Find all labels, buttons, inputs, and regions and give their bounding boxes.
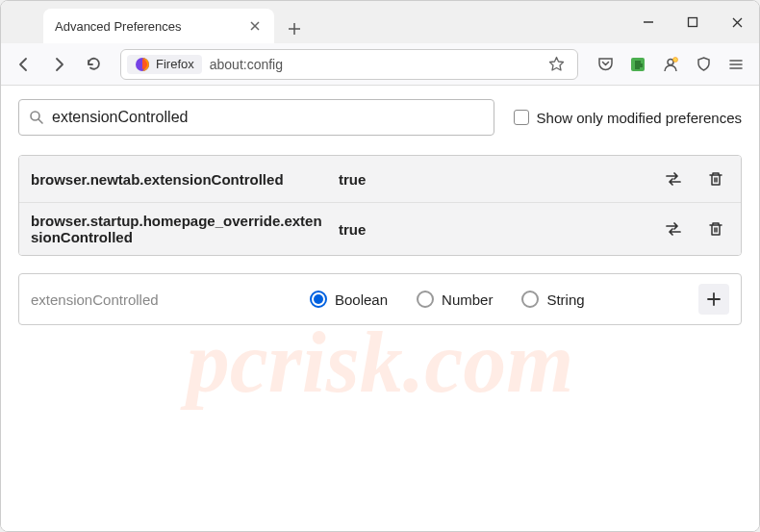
svg-point-4 — [673, 57, 678, 62]
checkbox-icon — [514, 110, 529, 125]
type-radio-group: Boolean Number String — [310, 291, 689, 308]
delete-button[interactable] — [702, 215, 729, 242]
toggle-button[interactable] — [660, 215, 687, 242]
radio-label: String — [546, 291, 584, 308]
new-preference-row: extensionControlled Boolean Number Strin… — [18, 273, 742, 325]
radio-string[interactable]: String — [521, 291, 584, 308]
delete-button[interactable] — [702, 165, 729, 192]
identity-badge[interactable]: Firefox — [127, 55, 202, 74]
watermark: pcrisk.com — [187, 313, 573, 412]
menu-icon[interactable] — [721, 49, 751, 80]
radio-number[interactable]: Number — [417, 291, 493, 308]
preference-value: true — [339, 171, 650, 188]
svg-point-3 — [668, 59, 673, 64]
window-controls — [626, 1, 759, 43]
address-bar[interactable]: Firefox about:config — [120, 49, 578, 80]
url-text: about:config — [210, 57, 283, 72]
page-content: pcrisk.com extensionControlled Show only… — [1, 86, 759, 531]
adguard-icon[interactable] — [688, 49, 719, 80]
search-value: extensionControlled — [52, 109, 188, 126]
close-tab-icon[interactable] — [247, 18, 263, 34]
back-button[interactable] — [9, 49, 39, 80]
search-icon — [29, 110, 44, 125]
forward-button[interactable] — [43, 49, 74, 80]
preference-row[interactable]: browser.newtab.extensionControlled true — [19, 156, 741, 203]
maximize-button[interactable] — [671, 1, 715, 43]
new-tab-button[interactable] — [280, 14, 309, 43]
minimize-button[interactable] — [626, 1, 671, 43]
show-modified-checkbox[interactable]: Show only modified preferences — [514, 110, 742, 126]
nav-toolbar: Firefox about:config — [1, 43, 759, 86]
close-window-button[interactable] — [715, 1, 759, 43]
radio-label: Boolean — [335, 291, 388, 308]
titlebar: Advanced Preferences — [1, 1, 759, 43]
preference-name: browser.startup.homepage_override.extens… — [31, 213, 329, 245]
tab-strip: Advanced Preferences — [1, 1, 309, 43]
show-modified-label: Show only modified preferences — [537, 110, 742, 126]
radio-icon — [417, 291, 434, 308]
radio-boolean[interactable]: Boolean — [310, 291, 388, 308]
new-preference-name: extensionControlled — [31, 291, 300, 308]
preference-list: browser.newtab.extensionControlled true … — [18, 155, 742, 256]
search-input[interactable]: extensionControlled — [18, 99, 494, 136]
tab-title: Advanced Preferences — [55, 19, 182, 34]
radio-icon — [521, 291, 539, 308]
radio-label: Number — [442, 291, 493, 308]
tab-active[interactable]: Advanced Preferences — [43, 9, 274, 43]
preference-value: true — [339, 221, 650, 238]
account-icon[interactable] — [655, 49, 686, 80]
toggle-button[interactable] — [660, 165, 687, 192]
radio-icon — [310, 291, 327, 308]
preference-name: browser.newtab.extensionControlled — [31, 171, 329, 188]
bookmark-star-icon[interactable] — [541, 49, 571, 80]
pocket-icon[interactable] — [590, 49, 621, 80]
extension-icon[interactable] — [622, 49, 653, 80]
identity-label: Firefox — [156, 57, 194, 71]
add-button[interactable] — [698, 284, 729, 315]
svg-rect-0 — [689, 18, 697, 27]
preference-row[interactable]: browser.startup.homepage_override.extens… — [19, 203, 741, 255]
reload-button[interactable] — [78, 49, 109, 80]
firefox-icon — [135, 57, 150, 72]
